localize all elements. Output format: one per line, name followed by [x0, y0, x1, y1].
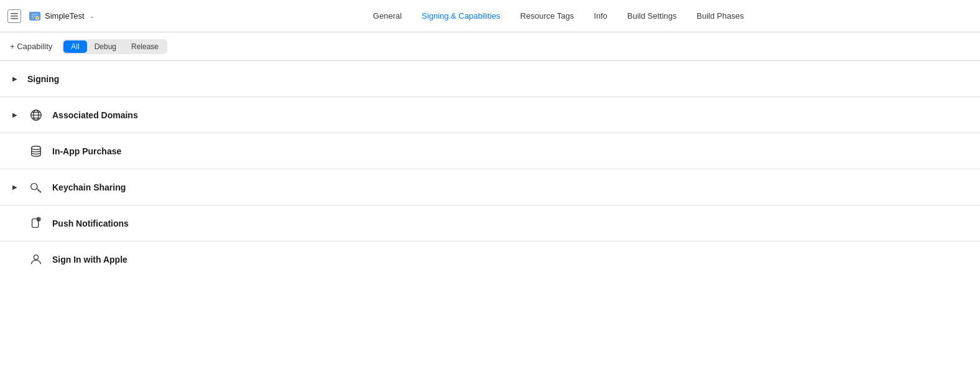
filter-tabs: All Debug Release — [62, 39, 167, 54]
tab-build-phases[interactable]: Build Phases — [696, 9, 744, 23]
add-capability-button[interactable]: + Capability — [10, 42, 52, 51]
capability-signing: ▶ Signing — [0, 61, 980, 97]
tab-info[interactable]: Info — [594, 9, 608, 23]
filter-release-button[interactable]: Release — [124, 40, 166, 53]
svg-point-14 — [31, 183, 37, 189]
associated-domains-label: Associated Domains — [52, 110, 138, 120]
sidebar-toggle-button[interactable] — [7, 9, 21, 23]
svg-point-21 — [34, 255, 38, 260]
tab-general[interactable]: General — [373, 9, 402, 23]
push-notifications-label: Push Notifications — [52, 218, 129, 228]
svg-rect-1 — [11, 16, 18, 17]
capability-in-app-purchase: In-App Purchase — [0, 133, 980, 169]
globe-icon — [27, 106, 45, 124]
signing-expand-arrow[interactable]: ▶ — [10, 74, 20, 84]
svg-point-13 — [32, 146, 41, 149]
capability-keychain-sharing: ▶ Keychain Sharing — [0, 169, 980, 205]
filter-debug-button[interactable]: Debug — [87, 40, 124, 53]
capability-bar: + Capability All Debug Release — [0, 32, 980, 61]
sign-in-apple-label: Sign In with Apple — [52, 255, 127, 265]
associated-domains-expand-arrow[interactable]: ▶ — [10, 110, 20, 120]
project-chevron-icon[interactable]: ⌄ — [90, 12, 95, 19]
top-nav-bar: SimpleTest ⌄ General Signing & Capabilit… — [0, 0, 980, 32]
svg-point-7 — [36, 16, 39, 19]
svg-line-15 — [37, 188, 41, 192]
keychain-sharing-label: Keychain Sharing — [52, 182, 126, 192]
capabilities-list: ▶ Signing ▶ Associated Domains — [0, 61, 980, 278]
nav-left: SimpleTest ⌄ — [7, 9, 144, 23]
project-icon — [29, 10, 41, 22]
tab-resource-tags[interactable]: Resource Tags — [520, 9, 574, 23]
svg-rect-0 — [11, 13, 18, 14]
nav-tabs: General Signing & Capabilities Resource … — [144, 9, 973, 23]
svg-point-20 — [38, 218, 39, 220]
filter-all-button[interactable]: All — [63, 40, 86, 53]
capability-associated-domains: ▶ Associated Domains — [0, 97, 980, 133]
stack-icon — [27, 143, 45, 160]
project-name[interactable]: SimpleTest — [45, 11, 85, 21]
apple-person-icon — [27, 251, 45, 268]
capability-sign-in-apple: Sign In with Apple — [0, 242, 980, 278]
key-icon — [27, 179, 45, 196]
capability-push-notifications: Push Notifications — [0, 205, 980, 242]
tab-build-settings[interactable]: Build Settings — [627, 9, 677, 23]
keychain-sharing-expand-arrow[interactable]: ▶ — [10, 182, 20, 192]
svg-rect-2 — [11, 18, 18, 19]
in-app-purchase-label: In-App Purchase — [52, 146, 121, 156]
tab-signing-capabilities[interactable]: Signing & Capabilities — [422, 9, 500, 23]
bell-icon — [27, 215, 45, 232]
signing-label: Signing — [27, 74, 59, 84]
